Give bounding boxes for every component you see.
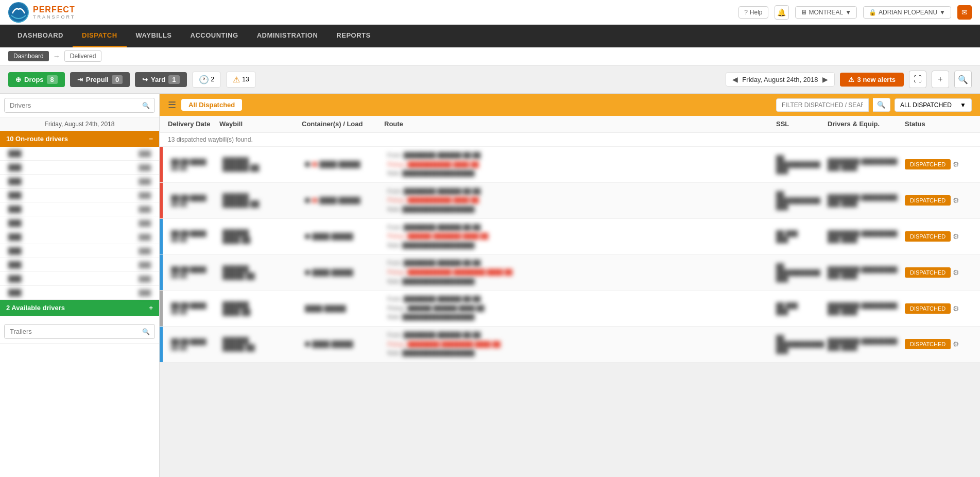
status-button[interactable]: DISPATCHED xyxy=(905,267,951,278)
status-cell: DISPATCHED ⚙ xyxy=(905,231,972,242)
filter-search-button[interactable]: 🔍 xyxy=(873,98,890,112)
breadcrumb-delivered[interactable]: Delivered xyxy=(64,50,102,62)
help-button[interactable]: ? Help xyxy=(738,6,768,19)
table-row[interactable]: ██/██/████ ██:██ ██████ █████ ██ ████ ██… xyxy=(160,254,980,291)
status-button[interactable]: DISPATCHED xyxy=(905,303,951,314)
nav-reports[interactable]: REPORTS xyxy=(327,25,380,47)
breadcrumb-dashboard[interactable]: Dashboard xyxy=(8,51,49,61)
bell-button[interactable]: 🔔 xyxy=(775,5,789,20)
dispatch-header-right: 🔍 ALL DISPATCHED ▼ xyxy=(776,98,972,112)
available-label: 2 Available drivers xyxy=(6,304,65,312)
prepull-icon: ⇥ xyxy=(77,76,83,83)
table-row[interactable]: ██/██/████ ██:██ ██████ █████ ██ ████ ██… xyxy=(160,327,980,363)
driver-name: ███ xyxy=(8,261,22,268)
table-row-cells: ██/██/████ ██:██ ██████ ████ ██ ████ ███… xyxy=(163,219,980,254)
sidebar-search-input[interactable] xyxy=(4,98,155,113)
table-header: Delivery Date Waybill Container(s) / Loa… xyxy=(160,116,980,133)
driver-list-item[interactable]: ███ ███ xyxy=(0,258,159,272)
nav-administration[interactable]: ADMINISTRATION xyxy=(248,25,328,47)
date-next-button[interactable]: ▶ xyxy=(822,75,828,83)
filter-dropdown[interactable]: ALL DISPATCHED ▼ xyxy=(895,98,972,112)
driver-list-item[interactable]: ███ ███ xyxy=(0,189,159,202)
gear-icon[interactable]: ⚙ xyxy=(953,160,959,168)
warning-count: 13 xyxy=(242,76,249,83)
clock-count: 2 xyxy=(211,76,215,83)
location-label: MONTREAL xyxy=(809,9,844,16)
driver-list-item[interactable]: ███ ███ xyxy=(0,175,159,189)
drops-button[interactable]: ⊕ Drops 8 xyxy=(8,72,65,87)
status-cell: DISPATCHED ⚙ xyxy=(905,195,972,206)
driver-list-item[interactable]: ███ ███ xyxy=(0,272,159,286)
table-row[interactable]: ██/██/████ ██:██ ██████ ██████ ██ ████ █… xyxy=(160,183,980,219)
location-button[interactable]: 🖥 MONTREAL ▼ xyxy=(795,6,857,19)
sidebar-search-icon[interactable]: 🔍 xyxy=(142,102,150,109)
table-row-cells: ██/██/████ ██:██ ██████ ██████ ██ ████ █… xyxy=(163,147,980,182)
cell-driver: ████████ █████████ ███ ████ xyxy=(828,158,905,171)
driver-list-item[interactable]: ███ ███ xyxy=(0,147,159,161)
driver-list-item[interactable]: ███ ███ xyxy=(0,230,159,244)
trailers-search-input[interactable] xyxy=(4,324,155,339)
col-delivery-date: Delivery Date xyxy=(168,120,219,128)
status-button[interactable]: DISPATCHED xyxy=(905,339,951,349)
driver-list-item[interactable]: ███ ███ xyxy=(0,244,159,258)
prepull-count: 0 xyxy=(112,75,123,84)
gear-icon[interactable]: ⚙ xyxy=(953,304,959,313)
status-button[interactable]: DISPATCHED xyxy=(905,195,951,206)
date-prev-button[interactable]: ◀ xyxy=(732,75,738,83)
cell-driver: ████████ █████████ ███ ████ xyxy=(828,230,905,243)
warning-pill: ⚠ 13 xyxy=(226,72,255,88)
gear-icon[interactable]: ⚙ xyxy=(953,268,959,277)
status-button[interactable]: DISPATCHED xyxy=(905,231,951,242)
breadcrumb-separator: → xyxy=(53,52,60,60)
cell-ssl: ██ ███ ███ xyxy=(776,302,828,315)
cell-date: ██/██/████ ██:██ xyxy=(171,159,222,171)
nav-waybills[interactable]: WAYBILLS xyxy=(127,25,181,47)
top-nav-right: ? Help 🔔 🖥 MONTREAL ▼ 🔒 ADRIAN PLOPEANU … xyxy=(738,5,972,20)
cell-route: From: ████████ ██████ ██ ██ Pickup: ████… xyxy=(387,259,776,286)
driver-name: ███ xyxy=(8,178,22,185)
trailers-search-icon[interactable]: 🔍 xyxy=(142,328,150,335)
cell-route: From: ████████ ██████ ██ ██ Pickup: ████… xyxy=(387,187,776,214)
nav-dispatch[interactable]: DISPATCH xyxy=(73,25,127,47)
available-drivers-header[interactable]: 2 Available drivers + xyxy=(0,300,159,316)
nav-accounting[interactable]: ACCOUNTING xyxy=(181,25,248,47)
collapse-icon: − xyxy=(149,135,153,143)
alerts-button[interactable]: ⚠ 3 new alerts xyxy=(840,73,904,87)
nav-dashboard[interactable]: DASHBOARD xyxy=(8,25,73,47)
driver-count: ███ xyxy=(139,248,151,254)
table-row[interactable]: ██/██/████ ██:██ ██████ ████ ██ ████ ███… xyxy=(160,219,980,255)
col-ssl: SSL xyxy=(776,120,828,128)
table-row[interactable]: ██/██/████ ██:██ ██████ ████ ██ ████ ███… xyxy=(160,291,980,327)
gear-icon[interactable]: ⚙ xyxy=(953,340,959,348)
col-drivers: Drivers & Equip. xyxy=(828,120,905,128)
driver-list-item[interactable]: ███ ███ xyxy=(0,161,159,175)
user-button[interactable]: 🔒 ADRIAN PLOPEANU ▼ xyxy=(863,6,951,19)
driver-list-item[interactable]: ███ ███ xyxy=(0,216,159,230)
table-row[interactable]: ██/██/████ ██:██ ██████ ██████ ██ ████ █… xyxy=(160,147,980,183)
driver-name: ███ xyxy=(8,192,22,199)
status-button[interactable]: DISPATCHED xyxy=(905,159,951,169)
container-dot-dark xyxy=(305,342,310,347)
driver-list: ███ ██████ ██████ ██████ ██████ ██████ █… xyxy=(0,147,159,300)
add-button[interactable]: + xyxy=(932,71,949,88)
filter-dropdown-chevron-icon: ▼ xyxy=(960,101,966,109)
driver-list-item[interactable]: ███ ███ xyxy=(0,202,159,216)
cell-ssl: ██ ███████████ ███ xyxy=(776,191,828,210)
expand-button[interactable]: ⛶ xyxy=(909,71,926,88)
cell-route: From: ████████ ██████ ██ ██ Pickup: ████… xyxy=(387,331,776,358)
filter-search-input[interactable] xyxy=(776,98,869,112)
on-route-drivers-header[interactable]: 10 On-route drivers − xyxy=(0,131,159,147)
gear-icon[interactable]: ⚙ xyxy=(953,196,959,205)
driver-list-item[interactable]: ███ ███ xyxy=(0,286,159,300)
prepull-button[interactable]: ⇥ Prepull 0 xyxy=(70,72,130,87)
dispatch-menu-icon[interactable]: ☰ xyxy=(168,99,176,111)
cell-container: ████ █████ xyxy=(305,233,387,240)
gear-icon[interactable]: ⚙ xyxy=(953,232,959,241)
logo-icon xyxy=(8,2,29,23)
mail-button[interactable]: ✉ xyxy=(957,5,972,20)
driver-name: ███ xyxy=(8,247,22,254)
search-button[interactable]: 🔍 xyxy=(954,71,972,88)
yard-button[interactable]: ↪ Yard 1 xyxy=(135,72,186,87)
lock-icon: 🔒 xyxy=(869,9,876,16)
table-rows: ██/██/████ ██:██ ██████ ██████ ██ ████ █… xyxy=(160,147,980,363)
